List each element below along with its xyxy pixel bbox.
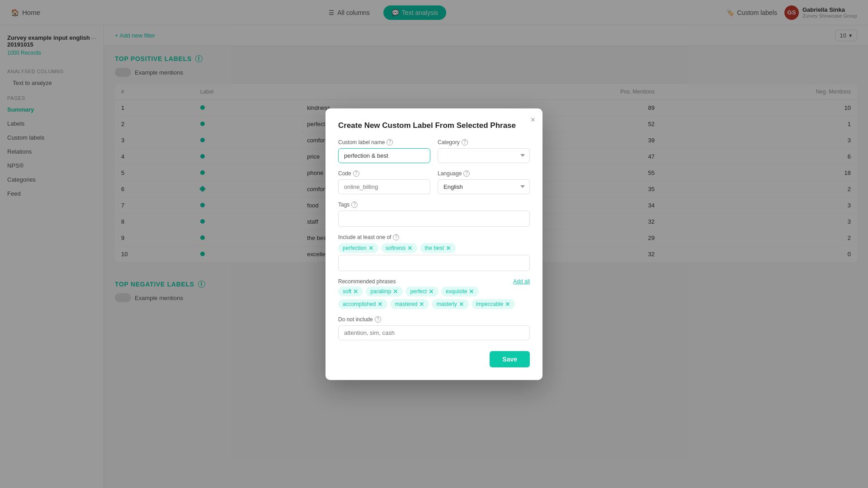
language-group: Language ? English — [438, 170, 530, 194]
language-label-el: Language ? — [438, 170, 530, 177]
language-help-icon[interactable]: ? — [463, 170, 470, 177]
custom-label-name-label: Custom label name ? — [338, 139, 430, 145]
chip-add-icon[interactable]: ✕ — [353, 288, 359, 295]
included-chips-row: perfection✕softness✕the best✕ — [338, 243, 530, 253]
tags-group: Tags ? — [338, 202, 530, 227]
form-row-1: Custom label name ? Category ? — [338, 139, 530, 163]
recommended-label-el: Recommended phrases Add all — [338, 278, 530, 285]
tags-input[interactable] — [338, 211, 530, 227]
language-select[interactable]: English — [438, 179, 530, 194]
recommended-chip: perfect✕ — [406, 286, 439, 296]
chip-close-icon[interactable]: ✕ — [446, 245, 451, 251]
custom-label-name-input[interactable] — [338, 148, 430, 163]
chip-add-icon[interactable]: ✕ — [469, 288, 474, 295]
modal-overlay: × Create New Custom Label From Selected … — [0, 0, 868, 488]
chip-add-icon[interactable]: ✕ — [429, 288, 434, 295]
code-group: Code ? — [338, 170, 430, 194]
recommended-chip: impeccable✕ — [472, 299, 515, 309]
recommended-chip: soft✕ — [338, 286, 363, 296]
recommended-chip: masterly✕ — [432, 299, 468, 309]
create-label-dialog: × Create New Custom Label From Selected … — [326, 108, 542, 380]
custom-label-name-help-icon[interactable]: ? — [387, 139, 393, 145]
include-group: Include at least one of ? perfection✕sof… — [338, 234, 530, 271]
recommended-chip: paralimp✕ — [366, 286, 403, 296]
chip-add-icon[interactable]: ✕ — [377, 301, 383, 307]
dialog-title: Create New Custom Label From Selected Ph… — [338, 121, 530, 130]
form-row-2: Code ? Language ? English — [338, 170, 530, 194]
save-button[interactable]: Save — [490, 351, 530, 367]
chip-add-icon[interactable]: ✕ — [505, 301, 510, 307]
close-button[interactable]: × — [530, 116, 535, 124]
recommended-chip: mastered✕ — [390, 299, 429, 309]
recommended-chip: exquisite✕ — [441, 286, 479, 296]
chip-close-icon[interactable]: ✕ — [407, 245, 413, 251]
code-label-el: Code ? — [338, 170, 430, 177]
code-help-icon[interactable]: ? — [353, 170, 359, 177]
include-input[interactable] — [338, 255, 530, 271]
recommended-chip: accomplished✕ — [338, 299, 387, 309]
included-chip: perfection✕ — [338, 243, 378, 253]
chip-add-icon[interactable]: ✕ — [459, 301, 464, 307]
included-chip: the best✕ — [420, 243, 456, 253]
do-not-include-group: Do not include ? — [338, 316, 530, 340]
custom-label-name-group: Custom label name ? — [338, 139, 430, 163]
chip-add-icon[interactable]: ✕ — [393, 288, 398, 295]
chip-close-icon[interactable]: ✕ — [368, 245, 374, 251]
tags-label-el: Tags ? — [338, 202, 530, 208]
include-label-el: Include at least one of ? — [338, 234, 530, 240]
category-select[interactable] — [438, 148, 530, 163]
do-not-include-help-icon[interactable]: ? — [375, 316, 381, 323]
recommended-chips-row: soft✕paralimp✕perfect✕exquisite✕accompli… — [338, 286, 530, 309]
recommended-group: Recommended phrases Add all soft✕paralim… — [338, 278, 530, 309]
do-not-include-input[interactable] — [338, 325, 530, 340]
chip-add-icon[interactable]: ✕ — [419, 301, 425, 307]
category-group: Category ? — [438, 139, 530, 163]
category-label: Category ? — [438, 139, 530, 145]
do-not-include-label-el: Do not include ? — [338, 316, 530, 323]
code-input[interactable] — [338, 179, 430, 194]
tags-help-icon[interactable]: ? — [351, 202, 358, 208]
included-chip: softness✕ — [381, 243, 418, 253]
add-all-link[interactable]: Add all — [513, 278, 530, 285]
category-help-icon[interactable]: ? — [462, 139, 468, 145]
include-help-icon[interactable]: ? — [393, 234, 399, 240]
